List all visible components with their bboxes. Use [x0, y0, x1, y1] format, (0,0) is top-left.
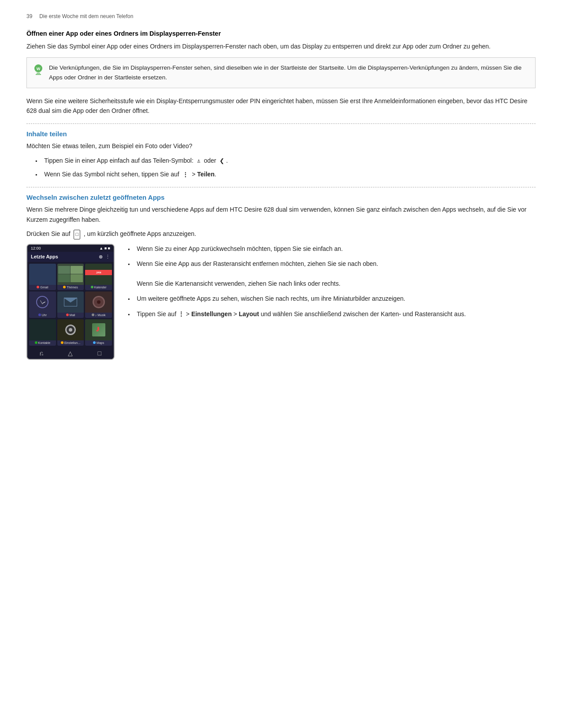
rb-item-3: Um weitere geöffnete Apps zu sehen, wisc… — [128, 294, 536, 303]
back-btn: ⎌ — [40, 350, 43, 357]
rb-text-4: Tippen Sie auf ⋮ > Einstellungen > Layou… — [137, 309, 466, 319]
rb-text-3: Um weitere geöffnete Apps zu sehen, wisc… — [137, 294, 405, 303]
rb4-einstellungen: Einstellungen — [191, 310, 232, 317]
recent-apps-icon: □ — [74, 230, 80, 239]
bullet-text-2: Wenn Sie das Symbol nicht sehen, tippen … — [44, 169, 216, 179]
section3-intro: Wenn Sie mehrere Dinge gleichzeitig tun … — [26, 205, 536, 224]
phone-app-kalender: JAN Kalender — [85, 264, 112, 290]
phone-app-kontakte: Kontakte — [29, 319, 56, 346]
phone-nav-bar: ⎌ △ □ — [27, 347, 114, 359]
divider-2 — [26, 187, 536, 187]
body-after-note: Wenn Sie eine weitere Sicherheitsstufe w… — [26, 96, 536, 116]
rb4-menu-icon: ⋮ — [178, 310, 184, 317]
bullet-item-1: Tippen Sie in einer App einfach auf das … — [35, 156, 536, 166]
rb-text-2: Wenn Sie eine App aus der Rasteransicht … — [137, 259, 378, 288]
menu-icon-inline: ⋮ — [182, 171, 188, 178]
section1-body: Ziehen Sie das Symbol einer App oder ein… — [26, 41, 536, 51]
close-circle-icon: ⊗ — [99, 254, 103, 260]
section2-bullets: Tippen Sie in einer App einfach auf das … — [26, 156, 536, 179]
svg-text:W: W — [37, 67, 41, 71]
teilen-bold: Teilen — [197, 171, 214, 178]
phone-app-maps: Maps — [85, 319, 112, 346]
phone-app-einstellungen: Einstellun... — [57, 319, 84, 346]
phone-app-grid: Gmail Thèmes — [27, 262, 114, 347]
phone-header-title: Letzte Apps — [31, 254, 58, 259]
recent-btn: □ — [97, 350, 101, 357]
section3-title[interactable]: Wechseln zwischen zuletzt geöffneten App… — [26, 194, 536, 201]
share-icon-1: ⍋ — [197, 157, 201, 164]
note-box: W Die Verknüpfungen, die Sie im Displays… — [26, 57, 536, 88]
home-btn: △ — [68, 350, 73, 357]
phone-app-gmail: Gmail — [29, 264, 56, 290]
bullet-item-2: Wenn Sie das Symbol nicht sehen, tippen … — [35, 169, 536, 179]
phone-mockup: 12:00 ▲ ■ ■ Letzte Apps ⊗ ⋮ — [26, 244, 115, 360]
phone-app-musik: ♪ Musik — [85, 291, 112, 318]
phone-app-mail: Mail — [57, 291, 84, 318]
page-header: 39 Die erste Woche mit dem neuen Telefon — [26, 13, 536, 19]
note-icon: W — [33, 64, 44, 79]
divider-1 — [26, 123, 536, 124]
section3-press-line: Drücken Sie auf □ , um kürzlich geöffnet… — [26, 229, 536, 239]
phone-header: Letzte Apps ⊗ ⋮ — [27, 252, 114, 262]
rb-item-4: Tippen Sie auf ⋮ > Einstellungen > Layou… — [128, 309, 536, 319]
phone-header-icons: ⊗ ⋮ — [99, 254, 110, 260]
bullet-text-1: Tippen Sie in einer App einfach auf das … — [44, 156, 228, 166]
chapter-title: Die erste Woche mit dem neuen Telefon — [39, 13, 133, 19]
phone-app-themes: Thèmes — [57, 264, 84, 290]
phone-status-bar: 12:00 ▲ ■ ■ — [27, 245, 114, 252]
rb-text-1: Wenn Sie zu einer App zurückwechseln möc… — [137, 244, 342, 254]
note-text: Die Verknüpfungen, die Sie im Displayspe… — [49, 63, 529, 82]
share-icon-2: ❮ — [220, 157, 224, 164]
section2-intro: Möchten Sie etwas teilen, zum Beispiel e… — [26, 141, 536, 151]
rb-item-2: Wenn Sie eine App aus der Rasteransicht … — [128, 259, 536, 288]
phone-app-uhr: Uhr — [29, 291, 56, 318]
rb4-layout: Layout — [239, 310, 259, 317]
rb-item-1: Wenn Sie zu einer App zurückwechseln möc… — [128, 244, 536, 254]
page-number: 39 — [26, 13, 32, 19]
section1-heading: Öffnen einer App oder eines Ordners im D… — [26, 30, 536, 37]
section2-title[interactable]: Inhalte teilen — [26, 130, 536, 138]
menu-dots-icon: ⋮ — [105, 254, 110, 260]
section3-content: 12:00 ▲ ■ ■ Letzte Apps ⊗ ⋮ — [26, 244, 536, 364]
